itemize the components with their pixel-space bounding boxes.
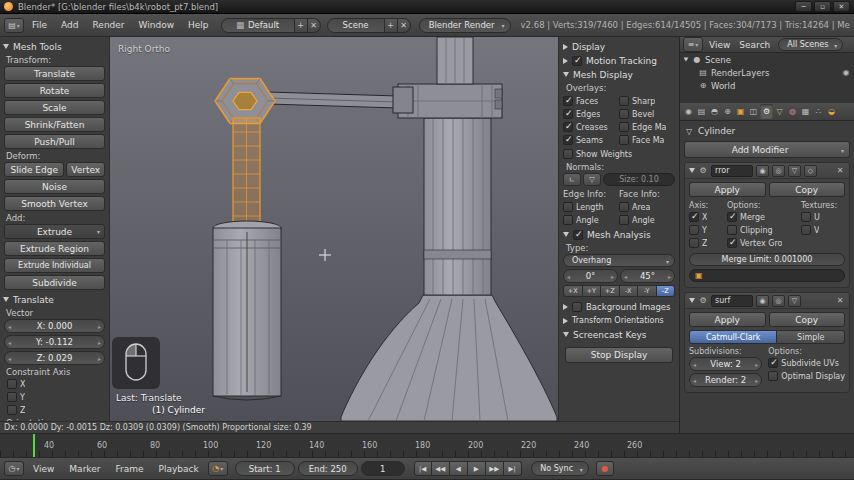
delete-modifier-icon[interactable]: ✕ xyxy=(835,166,845,175)
vector-y-field[interactable]: Y: -0.112 xyxy=(4,335,105,349)
axis-minus-x-button[interactable]: -X xyxy=(620,285,639,297)
edit-mode-icon[interactable]: ▽ xyxy=(788,165,801,177)
vertex-groups-checkbox[interactable] xyxy=(727,238,737,248)
face-marks-row[interactable]: Face Ma xyxy=(619,134,675,146)
bevel-row[interactable]: Bevel xyxy=(619,108,675,120)
outliner-item-scene[interactable]: ● Scene xyxy=(680,53,854,66)
face-angle-checkbox[interactable] xyxy=(619,215,629,225)
seams-row[interactable]: Seams xyxy=(563,134,619,146)
constraint-y-row[interactable]: Y xyxy=(7,391,106,403)
sync-mode-dropdown[interactable]: No Sync xyxy=(531,461,589,476)
constraint-x-row[interactable]: X xyxy=(7,378,106,390)
axis-minus-z-button[interactable]: -Z xyxy=(657,285,676,297)
scale-button[interactable]: Scale xyxy=(4,100,105,115)
optimal-display-row[interactable]: Optimal Display xyxy=(768,370,845,382)
subsurf-copy-button[interactable]: Copy xyxy=(769,312,846,327)
faces-checkbox[interactable] xyxy=(563,96,573,106)
renderability-camera-icon[interactable]: ◉ xyxy=(841,68,851,77)
jump-to-start-button[interactable]: |◀ xyxy=(414,461,432,476)
add-layout-button[interactable]: + xyxy=(295,18,308,33)
menu-help[interactable]: Help xyxy=(182,19,215,31)
mirror-modifier-header[interactable]: ⚙ rror ◉ ◎ ▽ ◇ ✕ xyxy=(685,163,849,179)
panel-header-mesh-display[interactable]: Mesh Display xyxy=(563,68,675,81)
current-frame-marker[interactable] xyxy=(33,434,35,457)
smooth-vertex-button[interactable]: Smooth Vertex xyxy=(4,196,105,211)
prev-keyframe-button[interactable]: ◀◀ xyxy=(432,461,450,476)
menu-render[interactable]: Render xyxy=(87,19,131,31)
timeline-ruler[interactable]: 40 60 80 100 120 140 160 180 200 220 240… xyxy=(0,433,854,457)
face-marks-checkbox[interactable] xyxy=(619,135,629,145)
texture-v-row[interactable]: V xyxy=(801,224,845,236)
play-reverse-button[interactable]: ◀ xyxy=(450,461,468,476)
shrink-fatten-button[interactable]: Shrink/Fatten xyxy=(4,117,105,132)
edge-length-row[interactable]: Length xyxy=(563,201,619,213)
screen-layout-selector[interactable]: ▦ Default xyxy=(221,18,295,33)
texture-u-row[interactable]: U xyxy=(801,211,845,223)
axis-plus-x-button[interactable]: +X xyxy=(563,285,583,297)
timeline-menu-marker[interactable]: Marker xyxy=(63,463,106,475)
jump-to-end-button[interactable]: ▶| xyxy=(504,461,522,476)
render-subdivisions-field[interactable]: Render: 2 xyxy=(689,373,762,387)
cage-icon[interactable]: ◇ xyxy=(804,165,817,177)
subdivide-button[interactable]: Subdivide xyxy=(4,275,105,290)
constraint-y-checkbox[interactable] xyxy=(7,392,17,402)
stop-display-button[interactable]: Stop Display xyxy=(565,347,673,363)
translate-button[interactable]: Translate xyxy=(4,66,105,81)
scene-selector[interactable]: Scene xyxy=(327,18,385,33)
view-subdivisions-field[interactable]: View: 2 xyxy=(689,357,762,371)
edges-checkbox[interactable] xyxy=(563,109,573,119)
panel-header-display[interactable]: Display xyxy=(563,40,675,53)
merge-row[interactable]: Merge xyxy=(727,211,797,223)
render-visibility-icon[interactable]: ◉ xyxy=(756,295,769,307)
texture-v-checkbox[interactable] xyxy=(801,225,811,235)
merge-checkbox[interactable] xyxy=(727,212,737,222)
tab-constraints-icon[interactable]: ◫ xyxy=(747,104,760,119)
current-frame-field[interactable]: 1 xyxy=(361,461,405,476)
face-angle-row[interactable]: Angle xyxy=(619,214,675,226)
render-engine-selector[interactable]: Blender Render xyxy=(419,18,511,33)
end-frame-field[interactable]: End: 250 xyxy=(298,461,358,476)
tab-object-data-icon[interactable]: ▽ xyxy=(773,104,786,119)
simple-button[interactable]: Simple xyxy=(777,330,845,344)
vector-x-field[interactable]: X: 0.000 xyxy=(4,319,105,333)
mirror-x-row[interactable]: X xyxy=(689,211,723,223)
slide-vertex-button[interactable]: Vertex xyxy=(66,162,105,177)
face-normals-icon[interactable]: ▽ xyxy=(583,173,601,186)
optimal-display-checkbox[interactable] xyxy=(768,371,778,381)
mirror-copy-button[interactable]: Copy xyxy=(769,182,846,197)
delete-modifier-icon[interactable]: ✕ xyxy=(835,296,845,305)
panel-header-screencast-keys[interactable]: Screencast Keys xyxy=(563,328,675,341)
delete-layout-button[interactable]: ✕ xyxy=(308,18,321,33)
clipping-checkbox[interactable] xyxy=(727,225,737,235)
tab-physics-icon[interactable]: ◒ xyxy=(825,104,838,119)
analysis-min-field[interactable]: 0° xyxy=(563,269,618,283)
menu-add[interactable]: Add xyxy=(55,19,84,31)
outliner-editor-icon[interactable]: ≡ xyxy=(683,37,703,52)
catmull-clark-button[interactable]: Catmull-Clark xyxy=(689,330,777,344)
tab-object-icon[interactable]: ▣ xyxy=(734,104,747,119)
outliner-menu-view[interactable]: View xyxy=(706,39,733,51)
timeline-editor-icon[interactable]: ◷ xyxy=(4,461,24,476)
axis-plus-z-button[interactable]: +Z xyxy=(601,285,620,297)
panel-header-transform-orientations[interactable]: Transform Orientations xyxy=(563,314,675,327)
analysis-type-dropdown[interactable]: Overhang xyxy=(563,254,675,267)
seams-checkbox[interactable] xyxy=(563,135,573,145)
axis-plus-y-button[interactable]: +Y xyxy=(583,285,602,297)
face-area-checkbox[interactable] xyxy=(619,202,629,212)
bevel-checkbox[interactable] xyxy=(619,109,629,119)
analysis-max-field[interactable]: 45° xyxy=(620,269,675,283)
creases-checkbox[interactable] xyxy=(563,122,573,132)
tab-render-icon[interactable]: ◉ xyxy=(682,104,695,119)
sharp-checkbox[interactable] xyxy=(619,96,629,106)
extrude-individual-button[interactable]: Extrude Individual xyxy=(4,258,105,273)
tab-scene-icon[interactable]: ◓ xyxy=(708,104,721,119)
timeline-menu-playback[interactable]: Playback xyxy=(153,463,205,475)
constraint-z-checkbox[interactable] xyxy=(7,405,17,415)
next-keyframe-button[interactable]: ▶▶ xyxy=(486,461,504,476)
menu-file[interactable]: File xyxy=(26,19,53,31)
subdivide-uvs-row[interactable]: Subdivide UVs xyxy=(768,357,845,369)
tab-particles-icon[interactable]: ∴ xyxy=(812,104,825,119)
vector-z-field[interactable]: Z: 0.029 xyxy=(4,351,105,365)
panel-header-motion-tracking[interactable]: Motion Tracking xyxy=(563,54,675,67)
selected-extrude-region[interactable] xyxy=(233,118,260,232)
